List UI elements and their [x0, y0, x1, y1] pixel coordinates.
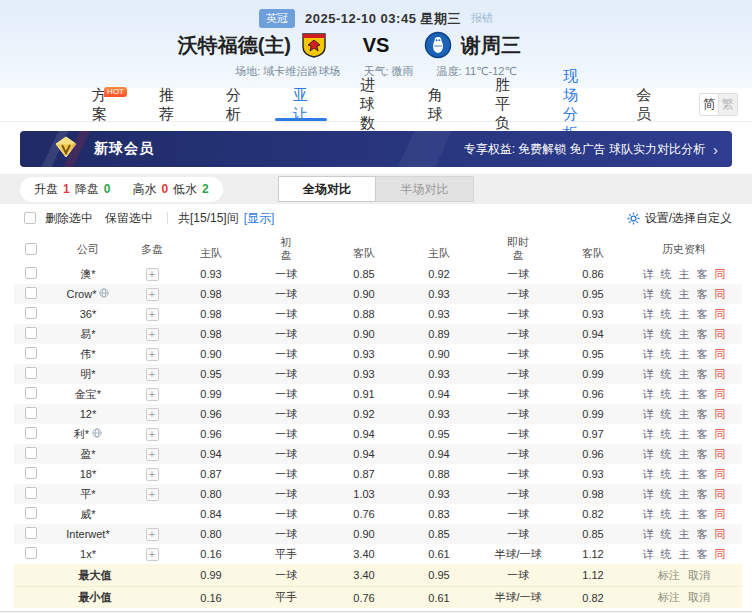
expand-multi-button[interactable]: +: [146, 328, 159, 341]
history-link-4[interactable]: 同: [715, 327, 726, 342]
row-checkbox[interactable]: [25, 467, 37, 479]
history-link-2[interactable]: 主: [679, 447, 690, 462]
league-badge[interactable]: 英冠: [259, 9, 295, 28]
expand-multi-button[interactable]: +: [146, 368, 159, 381]
history-link-1[interactable]: 统: [661, 367, 672, 382]
history-link-4[interactable]: 同: [715, 527, 726, 542]
history-link-0[interactable]: 详: [643, 527, 654, 542]
nav-tab-0[interactable]: 方案HOT: [88, 88, 111, 121]
history-link-4[interactable]: 同: [715, 347, 726, 362]
company-name[interactable]: Interwet*: [48, 528, 128, 540]
history-link-2[interactable]: 主: [679, 287, 690, 302]
history-link-4[interactable]: 同: [715, 367, 726, 382]
history-link-0[interactable]: 详: [643, 427, 654, 442]
nav-tab-2[interactable]: 分析: [222, 88, 245, 121]
company-name[interactable]: 伟*: [48, 347, 128, 362]
report-error-link[interactable]: 报错: [471, 11, 493, 26]
row-checkbox[interactable]: [25, 487, 37, 499]
history-link-0[interactable]: 详: [643, 507, 654, 522]
history-link-3[interactable]: 客: [697, 427, 708, 442]
expand-multi-button[interactable]: +: [146, 408, 159, 421]
history-link-4[interactable]: 同: [715, 427, 726, 442]
history-link-4[interactable]: 同: [715, 387, 726, 402]
history-link-0[interactable]: 详: [643, 287, 654, 302]
expand-multi-button[interactable]: +: [146, 528, 159, 541]
company-name[interactable]: 12*: [48, 408, 128, 420]
history-link-0[interactable]: 详: [643, 327, 654, 342]
row-checkbox[interactable]: [25, 447, 37, 459]
nav-tab-6[interactable]: 胜平负: [491, 88, 515, 121]
nav-tab-3[interactable]: 亚让: [289, 88, 312, 121]
history-link-3[interactable]: 客: [697, 507, 708, 522]
history-link-0[interactable]: 详: [643, 267, 654, 282]
history-link-2[interactable]: 主: [679, 527, 690, 542]
company-name[interactable]: 金宝*: [48, 387, 128, 402]
history-link-4[interactable]: 同: [715, 547, 726, 562]
vip-banner[interactable]: 新球会员 专享权益: 免费解锁 免广告 球队实力对比分析 ›: [20, 131, 732, 167]
history-link-1[interactable]: 统: [661, 427, 672, 442]
history-link-2[interactable]: 主: [679, 347, 690, 362]
delete-selected-button[interactable]: 删除选中: [45, 210, 93, 227]
history-link-3[interactable]: 客: [697, 307, 708, 322]
company-name[interactable]: 36*: [48, 308, 128, 320]
row-checkbox[interactable]: [25, 547, 37, 559]
nav-tab-8[interactable]: 会员: [632, 88, 655, 121]
row-checkbox[interactable]: [25, 367, 37, 379]
row-checkbox[interactable]: [25, 507, 37, 519]
history-link-4[interactable]: 同: [715, 467, 726, 482]
history-link-4[interactable]: 同: [715, 267, 726, 282]
expand-multi-button[interactable]: +: [146, 448, 159, 461]
history-link-1[interactable]: 统: [661, 387, 672, 402]
show-link[interactable]: [显示]: [244, 210, 275, 227]
history-link-0[interactable]: 详: [643, 467, 654, 482]
history-link-4[interactable]: 同: [715, 407, 726, 422]
history-link-1[interactable]: 统: [661, 507, 672, 522]
cancel-button[interactable]: 取消: [688, 568, 710, 583]
expand-multi-button[interactable]: +: [146, 268, 159, 281]
history-link-0[interactable]: 详: [643, 347, 654, 362]
nav-tab-1[interactable]: 推荐: [155, 88, 178, 121]
row-checkbox[interactable]: [25, 267, 37, 279]
history-link-3[interactable]: 客: [697, 327, 708, 342]
expand-multi-button[interactable]: +: [146, 488, 159, 501]
expand-multi-button[interactable]: +: [146, 388, 159, 401]
history-link-2[interactable]: 主: [679, 427, 690, 442]
history-link-4[interactable]: 同: [715, 287, 726, 302]
history-link-3[interactable]: 客: [697, 487, 708, 502]
row-checkbox[interactable]: [25, 287, 37, 299]
row-checkbox[interactable]: [25, 327, 37, 339]
history-link-3[interactable]: 客: [697, 407, 708, 422]
history-link-4[interactable]: 同: [715, 447, 726, 462]
history-link-1[interactable]: 统: [661, 407, 672, 422]
select-all-checkbox[interactable]: [25, 243, 37, 255]
company-name[interactable]: 盈*: [48, 447, 128, 462]
row-checkbox[interactable]: [25, 387, 37, 399]
nav-tab-4[interactable]: 进球数: [356, 88, 380, 121]
row-checkbox[interactable]: [25, 307, 37, 319]
company-name[interactable]: 18*: [48, 468, 128, 480]
company-name[interactable]: 明*: [48, 367, 128, 382]
row-checkbox[interactable]: [25, 347, 37, 359]
history-link-3[interactable]: 客: [697, 527, 708, 542]
company-name[interactable]: 易*: [48, 327, 128, 342]
history-link-4[interactable]: 同: [715, 507, 726, 522]
history-link-0[interactable]: 详: [643, 307, 654, 322]
history-link-2[interactable]: 主: [679, 367, 690, 382]
company-name[interactable]: 利*: [48, 427, 128, 442]
toolbar-checkbox[interactable]: [24, 212, 36, 224]
history-link-3[interactable]: 客: [697, 267, 708, 282]
row-checkbox[interactable]: [25, 527, 37, 539]
history-link-2[interactable]: 主: [679, 487, 690, 502]
history-link-3[interactable]: 客: [697, 547, 708, 562]
company-name[interactable]: Crow*: [48, 288, 128, 300]
half-match-tab[interactable]: 半场对比: [376, 176, 474, 202]
expand-multi-button[interactable]: +: [146, 548, 159, 561]
history-link-3[interactable]: 客: [697, 367, 708, 382]
history-link-1[interactable]: 统: [661, 527, 672, 542]
row-checkbox[interactable]: [25, 407, 37, 419]
history-link-0[interactable]: 详: [643, 367, 654, 382]
history-link-3[interactable]: 客: [697, 347, 708, 362]
history-link-2[interactable]: 主: [679, 407, 690, 422]
history-link-3[interactable]: 客: [697, 287, 708, 302]
history-link-2[interactable]: 主: [679, 327, 690, 342]
